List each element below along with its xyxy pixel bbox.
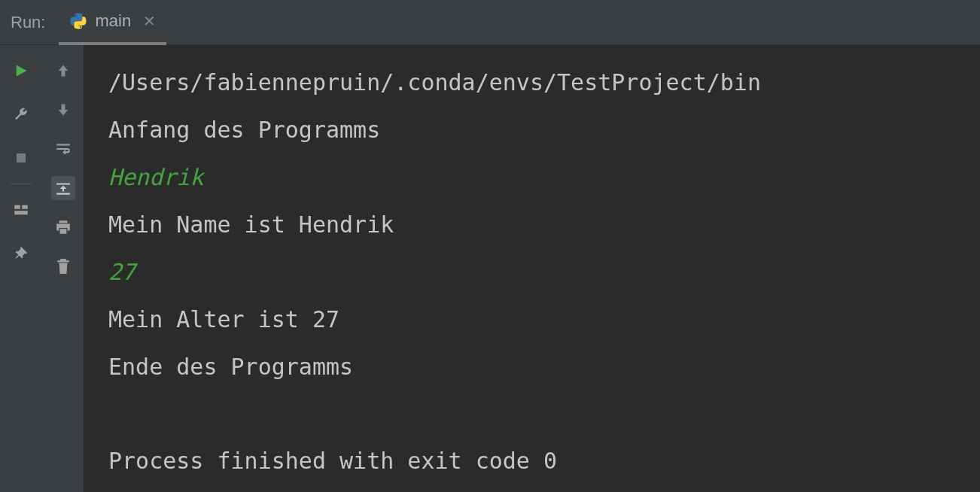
console-exit-line: Process finished with exit code 0: [108, 437, 980, 484]
console-blank: [108, 390, 980, 437]
trash-icon[interactable]: [51, 254, 75, 278]
console-output[interactable]: /Users/fabiennepruin/.conda/envs/TestPro…: [84, 45, 980, 492]
close-icon[interactable]: ✕: [143, 12, 156, 30]
console-input-line: Hendrik: [108, 153, 980, 201]
run-label: Run:: [0, 13, 59, 32]
run-tab-label: main: [95, 11, 131, 31]
toolbar-divider: [11, 184, 32, 184]
console-input-line: 27: [108, 248, 980, 296]
svg-rect-3: [14, 211, 28, 214]
arrow-up-icon[interactable]: [51, 59, 75, 83]
run-toolbar-left: [0, 45, 42, 492]
console-line: Mein Alter ist 27: [108, 296, 980, 343]
console-line: Anfang des Programms: [108, 106, 980, 153]
console-line: Ende des Programms: [108, 343, 980, 390]
rerun-button[interactable]: [9, 59, 33, 83]
stop-button[interactable]: [9, 146, 33, 170]
run-toolbar-nav: [42, 45, 84, 492]
print-icon[interactable]: [51, 215, 75, 239]
svg-rect-0: [17, 153, 26, 162]
run-tool-header: Run: main ✕: [0, 0, 980, 45]
python-file-icon: [69, 12, 87, 30]
console-line: Mein Name ist Hendrik: [108, 201, 980, 248]
layout-icon[interactable]: [9, 198, 33, 222]
wrench-icon[interactable]: [9, 102, 33, 126]
scroll-to-end-icon[interactable]: [51, 176, 75, 200]
svg-rect-1: [14, 205, 20, 209]
svg-rect-2: [22, 205, 28, 209]
run-tab-main[interactable]: main ✕: [59, 0, 166, 45]
pin-icon[interactable]: [9, 241, 33, 266]
console-line: /Users/fabiennepruin/.conda/envs/TestPro…: [108, 59, 980, 106]
arrow-down-icon[interactable]: [51, 98, 75, 122]
soft-wrap-icon[interactable]: [51, 137, 75, 161]
